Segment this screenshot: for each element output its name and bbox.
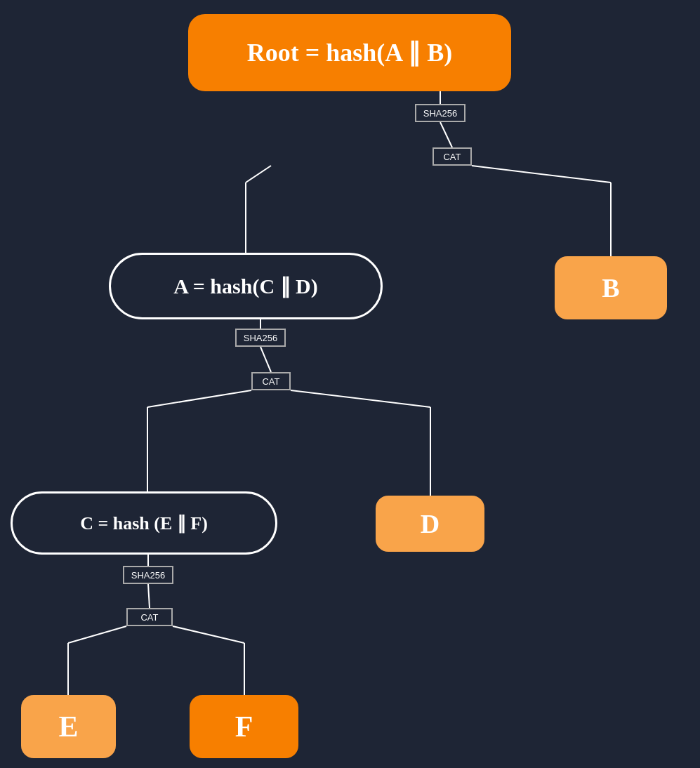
- svg-line-1: [440, 122, 452, 147]
- sha256-label-c: SHA256: [123, 566, 173, 584]
- node-a-label: A = hash(C ∥ D): [173, 274, 317, 298]
- node-c-label: C = hash (E ∥ F): [80, 512, 208, 534]
- node-a: A = hash(C ∥ D): [109, 253, 383, 319]
- node-e-label: E: [58, 710, 78, 743]
- svg-line-5: [472, 166, 611, 183]
- cat-label-a: CAT: [251, 372, 291, 390]
- svg-line-14: [148, 584, 150, 608]
- root-node: Root = hash(A ∥ B): [188, 14, 511, 91]
- svg-line-8: [260, 347, 271, 372]
- cat-label-root: CAT: [432, 147, 472, 166]
- node-f-label: F: [235, 710, 253, 743]
- cat-label-c: CAT: [126, 608, 173, 626]
- node-d-label: D: [421, 508, 440, 539]
- tree-diagram: Root = hash(A ∥ B) SHA256 CAT A = hash(C…: [0, 0, 700, 768]
- node-e: E: [21, 695, 116, 758]
- sha256-label-root: SHA256: [415, 104, 465, 122]
- sha256-label-a: SHA256: [235, 329, 286, 347]
- connection-lines: [0, 0, 700, 768]
- svg-line-11: [291, 390, 430, 407]
- node-b-label: B: [602, 272, 619, 303]
- node-b: B: [555, 256, 667, 319]
- svg-line-15: [68, 626, 126, 643]
- node-f: F: [190, 695, 298, 758]
- svg-line-2: [246, 166, 271, 183]
- node-d: D: [376, 496, 484, 552]
- svg-line-17: [173, 626, 244, 643]
- node-c: C = hash (E ∥ F): [11, 491, 277, 555]
- root-label: Root = hash(A ∥ B): [247, 38, 453, 67]
- svg-line-9: [147, 390, 251, 407]
